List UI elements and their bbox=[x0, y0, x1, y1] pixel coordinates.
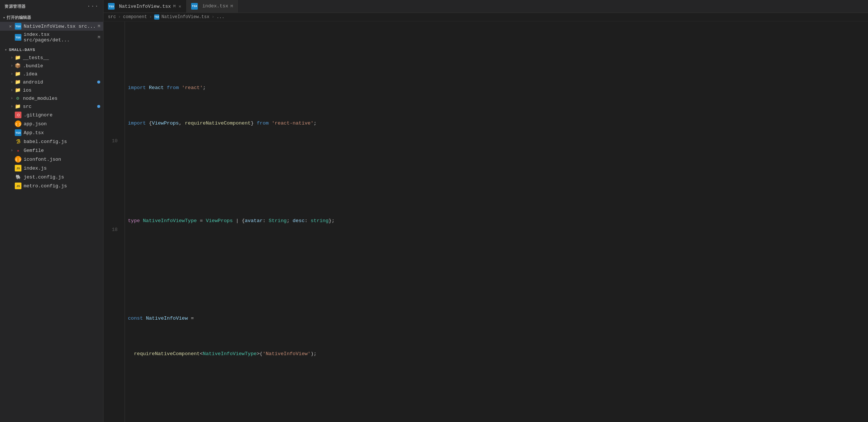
var-NativeInfoView: NativeInfoView bbox=[146, 314, 188, 323]
kw-const: const bbox=[128, 314, 143, 323]
kw-from-1: from bbox=[167, 84, 179, 92]
jestconfig-label: jest.config.js bbox=[24, 174, 64, 180]
metro-icon: JS bbox=[15, 183, 21, 189]
open-editors-title: 打开的编辑器 bbox=[7, 15, 31, 20]
var-React: React bbox=[149, 84, 164, 92]
babel-icon: ℬ bbox=[15, 138, 21, 145]
project-section: ▾ SMALL-DAYS › 📁 __tests__ › 📦 .bundle ›… bbox=[0, 46, 103, 190]
project-chevron: ▾ bbox=[3, 48, 9, 52]
var-desc: desc bbox=[293, 217, 305, 225]
tests-label: __tests__ bbox=[23, 55, 49, 61]
kw-from-2: from bbox=[257, 119, 268, 128]
tab-bar: TSX NativeInfoView.tsx M ✕ TSX index.tsx… bbox=[104, 0, 868, 13]
folder-src[interactable]: › 📁 src bbox=[0, 102, 103, 110]
ios-chevron: › bbox=[9, 88, 15, 92]
bundle-chevron: › bbox=[9, 64, 15, 68]
android-chevron: › bbox=[9, 80, 15, 84]
code-content[interactable]: import React from 'react' ; import { Vie… bbox=[125, 21, 868, 422]
kw-type: type bbox=[128, 217, 140, 225]
type-NativeInfoViewType: NativeInfoViewType bbox=[143, 217, 197, 225]
android-folder-icon: 📁 bbox=[15, 79, 21, 85]
folder-ios[interactable]: › 📁 ios bbox=[0, 86, 103, 94]
folder-gemfile[interactable]: › ✦ Gemfile bbox=[0, 146, 103, 155]
tests-chevron: › bbox=[9, 56, 15, 60]
tab-index[interactable]: TSX index.tsx M bbox=[187, 0, 238, 13]
var-avatar: avatar bbox=[245, 217, 263, 225]
breadcrumb-sep1: › bbox=[118, 14, 121, 20]
bundle-label: .bundle bbox=[23, 63, 43, 69]
file-jestconfig[interactable]: 🐘 jest.config.js bbox=[0, 173, 103, 181]
tab1-name: NativeInfoView.tsx bbox=[119, 4, 171, 9]
gutter-border bbox=[122, 21, 125, 422]
idea-label: .idea bbox=[23, 71, 37, 77]
indexjs-icon: JS bbox=[15, 165, 21, 171]
type-ViewProps: ViewProps bbox=[206, 217, 233, 225]
file-appjson[interactable]: { } app.json bbox=[0, 119, 103, 128]
var-ViewProps: ViewProps bbox=[152, 119, 179, 128]
code-line-1: import React from 'react' ; bbox=[128, 84, 868, 92]
breadcrumb-src: src bbox=[108, 14, 116, 20]
jest-icon: 🐘 bbox=[15, 174, 21, 180]
file-iconfont[interactable]: { } iconfont.json bbox=[0, 155, 103, 164]
open-editors-label[interactable]: ▾ 打开的编辑器 bbox=[0, 13, 103, 22]
folder-tests[interactable]: › 📁 __tests__ bbox=[0, 54, 103, 62]
src-label: src bbox=[23, 104, 31, 109]
open-file-index[interactable]: ✕ TSX index.tsx src/pages/det... M bbox=[0, 31, 103, 44]
code-line-3: type NativeInfoViewType = ViewProps | { … bbox=[128, 217, 868, 225]
str-NativeInfoView: 'NativeInfoView' bbox=[263, 350, 311, 358]
code-line-empty6 bbox=[128, 385, 868, 394]
project-name: SMALL-DAYS bbox=[9, 48, 35, 52]
apptsx-label: App.tsx bbox=[24, 130, 44, 136]
sidebar-title: 资源管理器 bbox=[4, 4, 26, 9]
appjson-icon: { } bbox=[15, 120, 21, 127]
indexjs-label: index.js bbox=[24, 166, 47, 171]
tab1-close[interactable]: ✕ bbox=[178, 3, 182, 10]
code-line-2: import { ViewProps , requireNativeCompon… bbox=[128, 119, 868, 128]
kw-import-1: import bbox=[128, 84, 146, 92]
file-indexjs[interactable]: JS index.js bbox=[0, 164, 103, 173]
open-file-nativeinfoview[interactable]: ✕ TSX NativeInfoView.tsx src... M bbox=[0, 22, 103, 31]
android-label: android bbox=[23, 79, 43, 85]
sidebar-more-icon[interactable]: ··· bbox=[87, 3, 99, 10]
breadcrumb-filename: NativeInfoView.tsx bbox=[162, 14, 210, 20]
type-string: string bbox=[311, 217, 329, 225]
gitignore-icon: ⬡ bbox=[15, 112, 21, 118]
code-line-empty2 bbox=[128, 154, 868, 163]
open-editors-chevron: ▾ bbox=[3, 16, 5, 20]
folder-android[interactable]: › 📁 android bbox=[0, 78, 103, 86]
main-area: TSX NativeInfoView.tsx M ✕ TSX index.tsx… bbox=[104, 0, 868, 422]
iconfont-icon: { } bbox=[15, 156, 21, 163]
file-apptsx[interactable]: TSX App.tsx bbox=[0, 128, 103, 137]
android-dot bbox=[97, 81, 100, 84]
file-babelconfig[interactable]: ℬ babel.config.js bbox=[0, 137, 103, 146]
tsx-file-icon-2: TSX bbox=[15, 34, 21, 41]
fn-requireNativeComponent: requireNativeComponent bbox=[185, 119, 251, 128]
breadcrumb: src › component › TSX NativeInfoView.tsx… bbox=[104, 13, 868, 21]
folder-idea[interactable]: › 📁 .idea bbox=[0, 70, 103, 78]
tab2-name: index.tsx bbox=[202, 3, 228, 9]
project-label[interactable]: ▾ SMALL-DAYS bbox=[0, 46, 103, 54]
breadcrumb-tsx-icon: TSX bbox=[154, 14, 159, 20]
gemfile-icon: ✦ bbox=[15, 147, 21, 154]
folder-node-modules[interactable]: › ⚙ node_modules bbox=[0, 94, 103, 102]
ios-folder-icon: 📁 bbox=[15, 87, 21, 93]
breadcrumb-component: component bbox=[123, 14, 147, 20]
breadcrumb-dots: ... bbox=[217, 14, 225, 20]
tab-nativeinfoview[interactable]: TSX NativeInfoView.tsx M ✕ bbox=[104, 0, 187, 13]
str-react-native: 'react-native' bbox=[272, 119, 313, 128]
code-line-empty3 bbox=[128, 181, 868, 190]
open-file-name-1: NativeInfoView.tsx src... bbox=[24, 24, 96, 29]
modified-badge-2: M bbox=[98, 35, 100, 40]
code-area[interactable]: 10 18 import React from bbox=[104, 21, 868, 422]
file-metroconfig[interactable]: JS metro.config.js bbox=[0, 181, 103, 190]
nodemodules-folder-icon: ⚙ bbox=[15, 95, 21, 101]
line-num-10: 10 bbox=[108, 137, 118, 146]
folder-bundle[interactable]: › 📦 .bundle bbox=[0, 62, 103, 70]
open-editors-section: ▾ 打开的编辑器 ✕ TSX NativeInfoView.tsx src...… bbox=[0, 13, 103, 45]
code-line-empty1 bbox=[128, 48, 868, 57]
fn-requireNativeComponent2: requireNativeComponent bbox=[134, 350, 200, 358]
close-icon[interactable]: ✕ bbox=[7, 23, 13, 29]
code-line-4: const NativeInfoView = bbox=[128, 314, 868, 323]
kw-import-2: import bbox=[128, 119, 146, 128]
file-gitignore[interactable]: ⬡ .gitignore bbox=[0, 110, 103, 119]
